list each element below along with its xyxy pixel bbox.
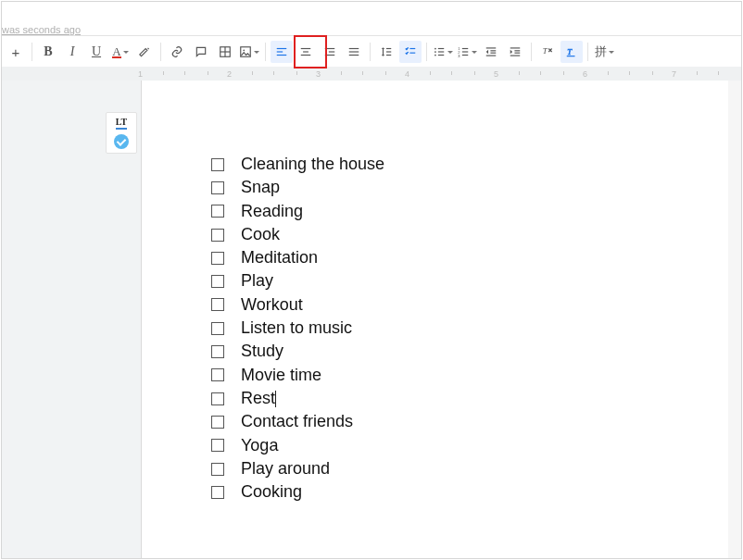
checklist-item[interactable]: Listen to music [211, 317, 733, 340]
checklist-icon [403, 45, 418, 58]
checkbox-icon[interactable] [211, 486, 224, 499]
checkbox-icon[interactable] [211, 181, 224, 194]
checkbox-icon[interactable] [211, 298, 224, 311]
ruler-segment: 7 [674, 67, 741, 81]
bold-button[interactable]: B [37, 41, 59, 63]
svg-point-23 [434, 51, 436, 53]
toolbar-separator [370, 43, 371, 61]
checkbox-icon[interactable] [211, 368, 224, 381]
checklist-item-label: Cleaning the house [241, 153, 384, 176]
image-button[interactable] [238, 41, 260, 63]
underline-button[interactable]: U [85, 41, 107, 63]
checklist-item[interactable]: Yoga [211, 434, 733, 457]
align-justify-button[interactable] [343, 41, 365, 63]
checklist-item[interactable]: Cleaning the house [211, 153, 733, 176]
checklist-item[interactable]: Study [211, 340, 733, 363]
checklist-item[interactable]: Meditation [211, 246, 733, 269]
text-color-button[interactable]: A [109, 41, 132, 63]
ruler-segment: 6 [586, 67, 674, 81]
ruler-segment: 5 [497, 67, 586, 81]
clear-format-button[interactable]: T [536, 41, 559, 63]
bold-icon: B [44, 44, 52, 59]
underline-icon: U [92, 44, 101, 59]
table-icon [219, 45, 232, 58]
language-tool-badge[interactable]: LT [106, 112, 137, 154]
checkbox-icon[interactable] [211, 275, 224, 288]
checklist-item[interactable]: Play around [211, 457, 733, 480]
checkbox-icon[interactable] [211, 322, 224, 335]
line-spacing-button[interactable] [375, 41, 397, 63]
checklist-item-label: Study [241, 340, 283, 363]
align-right-icon [323, 45, 336, 58]
outdent-icon [485, 45, 497, 58]
align-center-button[interactable] [295, 41, 317, 63]
comment-button[interactable] [190, 41, 212, 63]
checkbox-icon[interactable] [211, 392, 224, 405]
bullet-list-icon [433, 45, 446, 58]
checkbox-icon[interactable] [211, 439, 224, 452]
checklist-item-label: Snap [241, 176, 280, 199]
checkbox-icon[interactable] [211, 416, 224, 429]
checklist-item[interactable]: Snap [211, 176, 733, 199]
checklist-item[interactable]: Play [211, 269, 733, 292]
strikethrough-button[interactable]: T [560, 41, 583, 63]
app-frame: was seconds ago + B I U A [1, 1, 742, 559]
italic-button[interactable]: I [61, 41, 83, 63]
ruler-segment: 2 [230, 67, 319, 81]
highlight-button[interactable] [133, 41, 156, 63]
ruler-segment: 3 [319, 67, 408, 81]
image-icon [239, 45, 252, 58]
checkbox-icon[interactable] [211, 463, 224, 476]
chevron-down-icon [447, 51, 453, 54]
checklist[interactable]: Cleaning the houseSnapReadingCookMeditat… [142, 81, 733, 504]
table-button[interactable] [214, 41, 236, 63]
toolbar-separator [587, 43, 588, 61]
toolbar-separator [265, 43, 266, 61]
toolbar-separator [531, 43, 532, 61]
align-left-icon [275, 45, 288, 58]
ruler-segment: 4 [408, 67, 497, 81]
checklist-item[interactable]: Reading [211, 200, 733, 223]
chevron-down-icon [472, 51, 477, 54]
link-icon [170, 45, 184, 58]
checkbox-icon[interactable] [211, 158, 224, 171]
numbered-list-icon: 123 [457, 45, 470, 58]
toolbar: + B I U A [2, 35, 741, 68]
link-button[interactable] [166, 41, 188, 63]
checklist-button[interactable] [399, 41, 422, 63]
checkbox-icon[interactable] [211, 205, 224, 218]
checkbox-icon[interactable] [211, 229, 224, 242]
checkbox-icon[interactable] [211, 345, 224, 358]
svg-point-22 [434, 48, 436, 50]
outdent-button[interactable] [480, 41, 502, 63]
document-page[interactable]: Cleaning the houseSnapReadingCookMeditat… [141, 81, 734, 558]
comment-icon [195, 45, 208, 58]
checklist-item[interactable]: Contact friends [211, 410, 733, 433]
checklist-item[interactable]: Rest [211, 387, 733, 410]
svg-text:3: 3 [458, 54, 460, 58]
add-button[interactable]: + [5, 41, 27, 63]
indent-icon [509, 45, 522, 58]
check-circle-icon [114, 134, 129, 149]
ime-button[interactable]: 拼 [593, 41, 615, 63]
checklist-item-label: Cooking [241, 480, 302, 504]
bullet-list-button[interactable] [432, 41, 454, 63]
align-center-icon [299, 45, 312, 58]
numbered-list-button[interactable]: 123 [456, 41, 478, 63]
strikethrough-icon: T [564, 45, 579, 58]
svg-point-24 [434, 55, 436, 56]
align-left-button[interactable] [271, 41, 293, 63]
checklist-item[interactable]: Cooking [211, 480, 733, 504]
indent-button[interactable] [504, 41, 526, 63]
vertical-scrollbar[interactable] [728, 81, 741, 558]
checklist-item-label: Reading [241, 200, 303, 223]
checklist-item[interactable]: Cook [211, 223, 733, 246]
align-right-button[interactable] [319, 41, 341, 63]
checklist-item[interactable]: Movie time [211, 364, 733, 387]
checkbox-icon[interactable] [211, 252, 224, 265]
checklist-item-label: Movie time [241, 364, 321, 387]
checklist-item[interactable]: Workout [211, 293, 733, 317]
text-color-icon: A [112, 46, 120, 58]
ruler[interactable]: 1234567 [2, 67, 741, 81]
checklist-item-label: Rest [241, 387, 275, 410]
